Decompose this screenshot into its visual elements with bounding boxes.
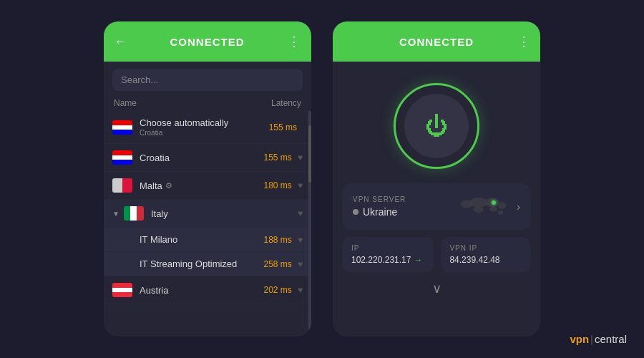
expand-arrow-italy[interactable]: ▼ xyxy=(112,210,119,218)
flag-italy xyxy=(124,206,144,221)
ip-box: IP 102.220.231.17 → xyxy=(343,237,434,272)
server-item-it-milano[interactable]: IT Milano 188 ms ♥ xyxy=(104,228,311,252)
search-input[interactable]: Search... xyxy=(112,69,303,91)
server-name-italy: Italy xyxy=(151,208,298,219)
left-menu-button[interactable]: ⋮ xyxy=(288,34,301,49)
server-info-austria: Austria xyxy=(140,285,264,296)
server-name-croatia: Croatia xyxy=(140,153,264,163)
server-item-auto[interactable]: Choose automatically Croatia 155 ms xyxy=(104,111,311,144)
scrollbar-thumb[interactable] xyxy=(308,125,311,183)
world-map xyxy=(459,190,509,223)
server-info-croatia: Croatia xyxy=(140,153,264,163)
right-panel-title: CONNECTED xyxy=(399,36,474,48)
server-name-auto: Choose automatically xyxy=(140,117,269,128)
vpn-ip-box: VPN IP 84.239.42.48 xyxy=(441,237,530,272)
server-item-malta[interactable]: Malta ⚙ 180 ms ♥ xyxy=(104,172,311,200)
down-chevron-section: ∨ xyxy=(333,272,540,301)
map-location-dot xyxy=(492,200,496,205)
server-latency-austria: 202 ms xyxy=(264,285,292,295)
vpn-server-label: VPN SERVER xyxy=(353,195,452,203)
flag-croatia xyxy=(112,120,132,135)
server-list-panel: ← CONNECTED ⋮ Search... Name Latency Cho… xyxy=(104,21,311,337)
flag-croatia-2 xyxy=(112,150,132,165)
country-name: Ukraine xyxy=(363,206,397,218)
back-button[interactable]: ← xyxy=(114,34,127,49)
flag-austria xyxy=(112,283,132,297)
server-name-malta: Malta ⚙ xyxy=(140,180,264,191)
country-dot xyxy=(353,209,358,215)
heart-icon-malta[interactable]: ♥ xyxy=(298,180,303,190)
latency-column-header: Latency xyxy=(271,98,301,108)
left-panel-title: CONNECTED xyxy=(127,36,288,48)
server-info-malta: Malta ⚙ xyxy=(140,180,264,191)
server-latency-it-milano: 188 ms xyxy=(264,235,292,245)
power-button[interactable]: ⏻ xyxy=(404,94,469,158)
server-name-it-streaming: IT Streaming Optimized xyxy=(140,258,264,269)
world-map-svg xyxy=(459,190,509,223)
heart-icon-it-streaming[interactable]: ♥ xyxy=(298,259,303,269)
server-latency-auto: 155 ms xyxy=(269,122,297,132)
server-latency-it-streaming: 258 ms xyxy=(264,259,292,269)
server-left-info: VPN SERVER Ukraine xyxy=(353,195,452,218)
vpn-ip-value: 84.239.42.48 xyxy=(449,255,499,265)
vpn-ip-row: 84.239.42.48 xyxy=(449,255,522,265)
branding: vpn | central xyxy=(570,333,627,345)
server-item-italy[interactable]: ▼ Italy ♥ xyxy=(104,200,311,228)
scrollbar-track xyxy=(308,111,311,337)
vpn-server-section[interactable]: VPN SERVER Ukraine xyxy=(343,183,530,230)
vpn-status-panel: CONNECTED ⋮ ⏻ VPN SERVER Ukraine xyxy=(333,21,540,337)
server-latency-malta: 180 ms xyxy=(264,180,292,190)
ip-row: 102.220.231.17 → xyxy=(351,255,425,265)
svg-point-6 xyxy=(498,211,503,215)
ip-label: IP xyxy=(351,244,425,252)
svg-point-1 xyxy=(469,198,487,208)
svg-point-5 xyxy=(498,202,506,209)
server-country: Ukraine xyxy=(353,206,452,218)
svg-point-2 xyxy=(473,207,483,213)
server-list: Choose automatically Croatia 155 ms Croa… xyxy=(104,111,311,337)
svg-point-4 xyxy=(489,207,497,212)
server-sub-auto: Croatia xyxy=(140,129,269,137)
heart-icon-italy[interactable]: ♥ xyxy=(298,208,303,218)
ip-section: IP 102.220.231.17 → VPN IP 84.239.42.48 xyxy=(343,237,530,272)
brand-central-text: central xyxy=(595,333,627,345)
table-header: Name Latency xyxy=(104,95,311,111)
power-icon: ⏻ xyxy=(425,113,448,140)
heart-icon-austria[interactable]: ♥ xyxy=(298,285,303,295)
right-menu-button[interactable]: ⋮ xyxy=(517,34,530,49)
server-item-austria[interactable]: Austria 202 ms ♥ xyxy=(104,276,311,304)
power-section: ⏻ xyxy=(333,62,540,183)
brand-vpn-text: vpn xyxy=(570,333,589,345)
server-item-it-streaming[interactable]: IT Streaming Optimized 258 ms ♥ xyxy=(104,252,311,276)
name-column-header: Name xyxy=(114,98,137,108)
down-chevron-icon[interactable]: ∨ xyxy=(432,281,441,296)
left-panel-header: ← CONNECTED ⋮ xyxy=(104,21,311,62)
heart-icon-it-milano[interactable]: ♥ xyxy=(298,235,303,245)
vpn-ip-label: VPN IP xyxy=(449,244,522,252)
server-name-it-milano: IT Milano xyxy=(140,234,264,245)
server-name-austria: Austria xyxy=(140,285,264,296)
server-info-auto: Choose automatically Croatia xyxy=(140,117,269,137)
ip-arrow: → xyxy=(414,255,422,265)
right-panel-header: CONNECTED ⋮ xyxy=(333,21,540,62)
server-latency-croatia: 155 ms xyxy=(264,153,292,163)
heart-icon-croatia[interactable]: ♥ xyxy=(298,153,303,163)
main-container: ← CONNECTED ⋮ Search... Name Latency Cho… xyxy=(0,0,644,358)
flag-malta xyxy=(112,178,132,193)
server-chevron-right[interactable]: › xyxy=(517,200,520,213)
brand-pipe: | xyxy=(590,333,593,345)
server-info-it-streaming: IT Streaming Optimized xyxy=(140,258,264,269)
power-ring: ⏻ xyxy=(394,83,479,169)
server-info-it-milano: IT Milano xyxy=(140,234,264,245)
server-item-croatia[interactable]: Croatia 155 ms ♥ xyxy=(104,144,311,172)
ip-value: 102.220.231.17 xyxy=(351,255,411,265)
server-info-italy: Italy xyxy=(151,208,298,219)
